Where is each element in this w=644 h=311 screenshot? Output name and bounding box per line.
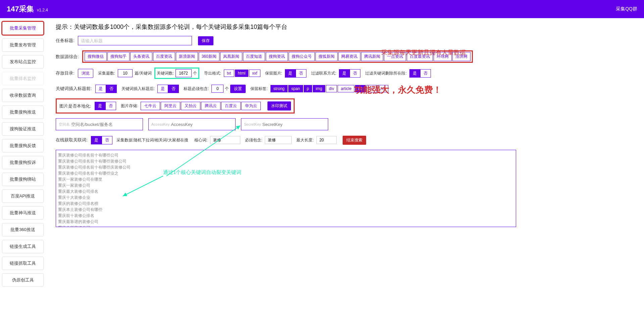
- img-store-label: 图片存储:: [121, 103, 138, 109]
- related-no[interactable]: 否: [102, 136, 112, 144]
- sidebar-item-site-monitor[interactable]: 发布站点监控: [2, 55, 44, 69]
- maxlen-input[interactable]: [316, 136, 337, 144]
- source-2[interactable]: 头条资讯: [130, 52, 152, 61]
- filter-kwdel-yes[interactable]: 是: [409, 69, 420, 78]
- end-search-button[interactable]: 结束搜索: [343, 136, 366, 145]
- image-row: 图片是否本地化: 是 否 图片存储: 七牛云阿里云又拍云腾讯云百度云华为云 水印…: [56, 98, 637, 114]
- insert-before-label: 关键词插入标题前:: [56, 86, 92, 92]
- sk-prefix: SecretKey: [244, 122, 261, 126]
- filter-kwdel-toggle[interactable]: 是 否: [409, 69, 431, 78]
- keepimg-no[interactable]: 否: [296, 69, 306, 78]
- sk-input-wrap: SecretKey: [241, 118, 328, 130]
- related-toggle[interactable]: 是 否: [91, 136, 112, 144]
- source-3[interactable]: 百度资讯: [153, 52, 175, 61]
- source-10[interactable]: 搜狐新闻: [315, 52, 338, 61]
- insert-before-toggle[interactable]: 是 否: [95, 85, 117, 93]
- sk-input[interactable]: [262, 122, 325, 127]
- source-7[interactable]: 百度知道: [243, 52, 265, 61]
- store-4[interactable]: 百度云: [221, 102, 241, 110]
- related-yes[interactable]: 是: [91, 136, 102, 144]
- sidebar-item-fake-orig[interactable]: 伪原创工具: [2, 273, 44, 287]
- filter-kwdel-no[interactable]: 否: [420, 69, 431, 78]
- browse-button[interactable]: 浏览: [78, 69, 93, 78]
- insert-before-no[interactable]: 否: [106, 85, 117, 93]
- arrow-icon-2: [119, 169, 173, 199]
- sidebar-item-sogou-complain[interactable]: 批量搜狗投诉: [2, 156, 44, 169]
- store-1[interactable]: 阿里云: [161, 102, 180, 110]
- must-label: 必须包含:: [245, 137, 262, 143]
- filter-contact-toggle[interactable]: 是 否: [339, 69, 360, 78]
- img-local-label: 图片是否本地化:: [59, 103, 91, 109]
- insert-row: 关键词插入标题前: 是 否 关键词插入标题后: 是 否 标题必须包含: 个 设置…: [56, 84, 637, 94]
- sidebar-item-batch-collect[interactable]: 批量采集管理: [2, 21, 44, 35]
- tag-p[interactable]: p: [304, 85, 312, 92]
- store-2[interactable]: 又拍云: [181, 102, 200, 110]
- must-contain-input[interactable]: [211, 85, 224, 93]
- store-3[interactable]: 腾讯云: [201, 102, 220, 110]
- filter-contact-yes[interactable]: 是: [339, 69, 350, 78]
- sidebar-item-sogou-push[interactable]: 批量搜狗推送: [2, 105, 44, 119]
- img-local-yes[interactable]: 是: [95, 102, 105, 110]
- tag-img[interactable]: img: [313, 85, 325, 92]
- fmt-txt[interactable]: txt: [224, 70, 234, 77]
- source-11[interactable]: 网易资讯: [338, 52, 360, 61]
- insert-after-toggle[interactable]: 是 否: [157, 85, 179, 93]
- sidebar-item-sogou-feedback[interactable]: 批量搜狗反馈: [2, 139, 44, 152]
- tag-article[interactable]: article: [338, 85, 354, 92]
- source-8[interactable]: 搜狗资讯: [266, 52, 288, 61]
- maxlen-label: 最大长度:: [296, 137, 313, 143]
- sidebar-item-baidu-api[interactable]: 百度API推送: [2, 189, 44, 203]
- tag-strong[interactable]: strong: [270, 85, 288, 92]
- count-input[interactable]: [118, 69, 133, 77]
- sidebar-item-shenma-push[interactable]: 批量神马推送: [2, 206, 44, 220]
- save-button[interactable]: 保存: [198, 36, 213, 45]
- sidebar-item-index-query[interactable]: 收录数据查询: [2, 89, 44, 102]
- keepimg-label: 保留图片:: [265, 71, 282, 76]
- store-0[interactable]: 七牛云: [141, 102, 160, 110]
- setting-button[interactable]: 设置: [230, 85, 246, 93]
- filter-contact-label: 过滤联系方式:: [311, 71, 336, 76]
- note-red-1: 采集源每天更新且拥有大量数据: [381, 48, 466, 56]
- source-6[interactable]: 凤凰新闻: [220, 52, 242, 61]
- keep-tag-label: 保留标签:: [250, 86, 267, 92]
- insert-before-yes[interactable]: 是: [95, 85, 106, 93]
- sidebar-item-link-gen[interactable]: 链接生成工具: [2, 240, 44, 253]
- source-12[interactable]: 腾讯新闻: [361, 52, 383, 61]
- app-title: 147采集 v1.2.4: [7, 4, 48, 14]
- app-name: 147采集: [7, 5, 34, 13]
- sidebar-item-batch-publish[interactable]: 批量发布管理: [2, 38, 44, 52]
- img-local-no[interactable]: 否: [105, 102, 116, 110]
- sidebar-item-link-crawl[interactable]: 链接抓取工具: [2, 257, 44, 270]
- source-9[interactable]: 搜狗公众号: [289, 52, 315, 61]
- img-local-toggle[interactable]: 是 否: [95, 102, 116, 110]
- sidebar-item-sogou-bind[interactable]: 批量搜狗绑站: [2, 173, 44, 186]
- task-title-input[interactable]: [78, 36, 192, 45]
- kw-count-input[interactable]: [176, 69, 192, 77]
- page-hint: 提示：关键词数最多1000个，采集数据源多个轮训，每个关键词最多采集10篇每个平…: [56, 23, 637, 31]
- store-5[interactable]: 华为云: [241, 102, 261, 110]
- insert-after-no[interactable]: 否: [168, 85, 179, 93]
- source-0[interactable]: 搜狗微信: [85, 52, 107, 61]
- source-1[interactable]: 搜狗知乎: [107, 52, 130, 61]
- fmt-html[interactable]: html: [235, 70, 249, 77]
- sidebar-item-sogou-verify[interactable]: 搜狗验证推送: [2, 122, 44, 136]
- count-label: 采集篇数:: [98, 71, 115, 76]
- fmt-xxf[interactable]: xxf: [249, 70, 260, 77]
- watermark-button[interactable]: 水印测试: [267, 101, 291, 110]
- tag-span[interactable]: span: [288, 85, 303, 92]
- keepimg-toggle[interactable]: 是 否: [285, 69, 306, 78]
- must-input[interactable]: [265, 136, 292, 144]
- source-4[interactable]: 新浪新闻: [176, 52, 198, 61]
- tag-div[interactable]: div: [326, 85, 337, 92]
- keepimg-yes[interactable]: 是: [285, 69, 296, 78]
- main-panel: 提示：关键词数最多1000个，采集数据源多个轮训，每个关键词最多采集10篇每个平…: [46, 18, 644, 290]
- must-unit: 个: [225, 86, 229, 92]
- filter-contact-no[interactable]: 否: [350, 69, 360, 78]
- insert-after-yes[interactable]: 是: [157, 85, 168, 93]
- kw-count-label: 关键词数:: [157, 71, 174, 76]
- qq-group-link[interactable]: 采集QQ群: [616, 6, 637, 12]
- header: 147采集 v1.2.4 采集QQ群: [0, 0, 644, 18]
- sidebar-item-360-push[interactable]: 批量360推送: [2, 223, 44, 236]
- svg-line-1: [123, 176, 163, 196]
- source-5[interactable]: 360新闻: [199, 52, 219, 61]
